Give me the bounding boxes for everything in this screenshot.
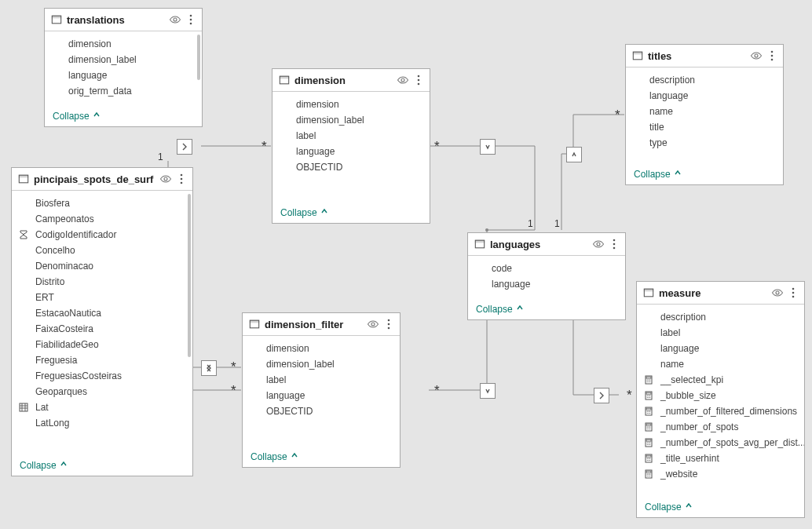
more-options-icon[interactable] (609, 239, 619, 250)
collapse-button[interactable]: Collapse (468, 298, 625, 319)
table-dimension_filter[interactable]: dimension_filterdimensiondimension_label… (242, 312, 401, 468)
svg-point-99 (649, 476, 650, 476)
collapse-button[interactable]: Collapse (272, 202, 430, 223)
field-_website[interactable]: _website (637, 466, 804, 482)
field-language[interactable]: language (468, 276, 625, 292)
collapse-button[interactable]: Collapse (637, 496, 804, 517)
field-OBJECTID[interactable]: OBJECTID (243, 403, 400, 419)
svg-point-98 (648, 476, 649, 476)
field-CodigoIdentificador[interactable]: CodigoIdentificador (12, 227, 192, 243)
more-options-icon[interactable] (414, 75, 423, 86)
calculator-icon (643, 421, 654, 432)
model-canvas[interactable]: 1 * * * * 1 * 1 * * translationsdimensio… (0, 0, 812, 529)
table-translations[interactable]: translationsdimensiondimension_labellang… (44, 8, 203, 127)
field-orig_term_data[interactable]: orig_term_data (45, 83, 202, 99)
field-title[interactable]: title (626, 119, 783, 135)
field-LatLong[interactable]: LatLong (12, 415, 192, 431)
field-Denominacao[interactable]: Denominacao (12, 258, 192, 274)
field-FiabilidadeGeo[interactable]: FiabilidadeGeo (12, 337, 192, 352)
table-titles[interactable]: titlesdescriptionlanguagenametitletypeCo… (625, 44, 784, 185)
visibility-icon[interactable] (169, 13, 181, 26)
table-languages[interactable]: languagescodelanguageCollapse (467, 232, 626, 320)
table-measure[interactable]: measuredescriptionlabellanguagename__sel… (636, 281, 805, 518)
field-_number_of_filtered_dimensions[interactable]: _number_of_filtered_dimensions (637, 403, 804, 419)
field-Lat[interactable]: Lat (12, 399, 192, 415)
visibility-icon[interactable] (750, 49, 763, 62)
more-options-icon[interactable] (177, 173, 186, 184)
field-language[interactable]: language (45, 67, 202, 83)
collapse-button[interactable]: Collapse (243, 446, 400, 467)
field-dimension[interactable]: dimension (243, 341, 400, 356)
field-label[interactable]: label (637, 325, 804, 341)
field-__selected_kpi[interactable]: __selected_kpi (637, 372, 804, 388)
table-header[interactable]: pincipais_spots_de_surf (12, 168, 192, 191)
visibility-icon[interactable] (397, 74, 409, 86)
field-language[interactable]: language (626, 88, 783, 104)
field-label: Lat (35, 402, 49, 413)
field-label: _bubble_size (660, 390, 716, 401)
table-dimension[interactable]: dimensiondimensiondimension_labellabella… (272, 68, 430, 224)
field-FreguesiasCosteiras[interactable]: FreguesiasCosteiras (12, 368, 192, 384)
field-dimension_label[interactable]: dimension_label (243, 356, 400, 372)
field-Distrito[interactable]: Distrito (12, 274, 192, 290)
collapse-button[interactable]: Collapse (626, 163, 783, 184)
field-description[interactable]: description (637, 309, 804, 325)
table-header[interactable]: translations (45, 9, 202, 31)
field-type[interactable]: type (626, 135, 783, 151)
calculator-icon (643, 406, 654, 417)
field-language[interactable]: language (243, 388, 400, 403)
field-Concelho[interactable]: Concelho (12, 243, 192, 258)
field-_number_of_spots[interactable]: _number_of_spots (637, 419, 804, 435)
cardinality-many: * (434, 142, 440, 151)
field-name[interactable]: name (637, 356, 804, 372)
field-label[interactable]: label (272, 128, 430, 144)
field-OBJECTID[interactable]: OBJECTID (272, 159, 430, 175)
field-EstacaoNautica[interactable]: EstacaoNautica (12, 305, 192, 321)
visibility-icon[interactable] (159, 173, 172, 185)
field-description[interactable]: description (626, 72, 783, 88)
more-options-icon[interactable] (767, 50, 777, 61)
field-_number_of_spots_avg_per_dist...[interactable]: _number_of_spots_avg_per_dist... (637, 435, 804, 451)
field-Geoparques[interactable]: Geoparques (12, 384, 192, 399)
table-header[interactable]: dimension (272, 69, 430, 92)
table-header-icon (643, 287, 654, 298)
field-ERT[interactable]: ERT (12, 290, 192, 305)
table-header[interactable]: dimension_filter (243, 313, 400, 336)
scrollbar[interactable] (197, 35, 200, 80)
visibility-icon[interactable] (771, 286, 784, 299)
svg-rect-93 (646, 471, 651, 472)
more-options-icon[interactable] (788, 287, 798, 298)
collapse-label: Collapse (645, 502, 682, 513)
table-header[interactable]: languages (468, 233, 625, 256)
field-Campeonatos[interactable]: Campeonatos (12, 211, 192, 227)
visibility-icon[interactable] (367, 318, 379, 330)
field-dimension_label[interactable]: dimension_label (272, 112, 430, 128)
field-dimension[interactable]: dimension (45, 36, 202, 52)
collapse-button[interactable]: Collapse (45, 105, 202, 126)
table-header[interactable]: titles (626, 45, 783, 67)
field-_title_userhint[interactable]: _title_userhint (637, 451, 804, 466)
field-language[interactable]: language (637, 341, 804, 356)
collapse-button[interactable]: Collapse (12, 454, 192, 476)
field-_bubble_size[interactable]: _bubble_size (637, 388, 804, 403)
field-label[interactable]: label (243, 372, 400, 388)
field-dimension_label[interactable]: dimension_label (45, 52, 202, 67)
visibility-icon[interactable] (592, 238, 605, 250)
scrollbar[interactable] (188, 194, 191, 357)
cardinality-many: * (615, 111, 620, 120)
svg-point-56 (649, 396, 650, 396)
table-title: pincipais_spots_de_surf (34, 173, 159, 185)
more-options-icon[interactable] (186, 14, 196, 25)
field-Biosfera[interactable]: Biosfera (12, 195, 192, 211)
table-header-icon (249, 319, 260, 330)
field-dimension[interactable]: dimension (272, 97, 430, 112)
field-FaixaCosteira[interactable]: FaixaCosteira (12, 321, 192, 337)
table-header[interactable]: measure (637, 282, 804, 305)
field-Freguesia[interactable]: Freguesia (12, 352, 192, 368)
table-pincipais_spots_de_surf[interactable]: pincipais_spots_de_surfBiosferaCampeonat… (11, 167, 193, 476)
svg-point-11 (181, 178, 183, 181)
more-options-icon[interactable] (384, 319, 393, 330)
field-name[interactable]: name (626, 104, 783, 119)
field-code[interactable]: code (468, 261, 625, 276)
field-language[interactable]: language (272, 144, 430, 159)
